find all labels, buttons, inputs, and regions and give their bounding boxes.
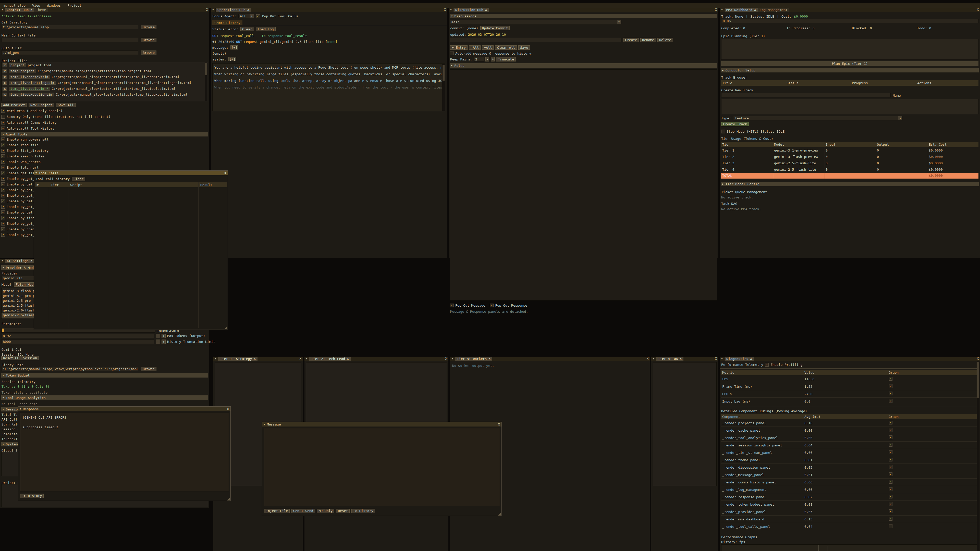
autoscroll-tool-checkbox[interactable]: ✔ [1, 127, 5, 130]
tab-discussion-hub[interactable]: Discussion Hub X [453, 8, 489, 12]
tab-close-icon[interactable]: X [30, 259, 32, 263]
add-entry-button[interactable]: + Entry [450, 45, 468, 50]
summary-only-checkbox[interactable] [1, 115, 5, 119]
truncate-button[interactable]: Truncate [496, 57, 516, 62]
track-description-input[interactable] [721, 99, 978, 114]
expand-message-button[interactable]: [+] [231, 45, 239, 49]
system-prompt-box[interactable]: You are a helpful coding assistant with … [212, 63, 445, 111]
remove-file-button[interactable]: x [3, 93, 7, 97]
file-tag[interactable]: temp_project [9, 69, 36, 73]
file-tag[interactable]: temp_liveaisettingssim [9, 81, 56, 85]
window-menu-icon[interactable]: ▼ [211, 8, 216, 12]
decrement-button[interactable]: - [156, 333, 160, 338]
response-textarea[interactable]: [GEMINI_CLI API ERROR] subprocess timeou… [20, 413, 229, 491]
tool-calls-titlebar[interactable]: ▼ Tool Calls X [34, 171, 228, 175]
expand-system-button[interactable]: [+] [228, 57, 236, 61]
tool-checkbox[interactable]: ✔ [1, 160, 5, 164]
tier-model-config-header[interactable]: ▶ Tier Model Config [721, 182, 979, 186]
files-scrollbar[interactable] [205, 62, 207, 101]
tool-checkbox[interactable]: ✔ [1, 138, 5, 141]
tool-checkbox[interactable]: ✔ [1, 216, 5, 220]
tab-tier3[interactable]: Tier 3: Workers X [455, 357, 492, 361]
menu-item-view[interactable]: View [32, 3, 40, 7]
tab-ai-settings[interactable]: AI Settings X [5, 259, 34, 263]
delete-button[interactable]: Delete [657, 38, 673, 42]
step-mode-checkbox[interactable] [721, 130, 725, 133]
agent-tools-header[interactable]: ▼ Agent Tools [1, 132, 208, 137]
window-menu-icon[interactable]: ▼ [0, 259, 5, 263]
tab-close-icon[interactable]: X [247, 8, 249, 12]
tab-close-icon[interactable]: X [750, 357, 752, 361]
increment-button[interactable]: + [162, 333, 165, 338]
tab-tier1[interactable]: Tier 1: Strategy X [218, 357, 258, 361]
remove-file-button[interactable]: x [3, 87, 7, 91]
tool-checkbox[interactable]: ✔ [1, 233, 5, 237]
discussion-select[interactable]: main ▼ [450, 20, 621, 24]
panel-close-icon[interactable]: X [977, 357, 979, 360]
rename-button[interactable]: Rename [640, 38, 656, 42]
window-menu-icon[interactable]: ▼ [720, 8, 724, 12]
model-option[interactable]: gemini-2.5-flash [3, 303, 35, 307]
main-context-browse-button[interactable]: Browse [141, 38, 156, 42]
popout-response-checkbox[interactable]: ✔ [490, 303, 493, 307]
graph-checkbox[interactable]: ✔ [889, 502, 892, 506]
save-button[interactable]: Save [518, 45, 530, 50]
enable-profiling-checkbox[interactable]: ✔ [765, 363, 769, 367]
discussions-header[interactable]: ▼ Discussions [450, 14, 717, 18]
graph-checkbox[interactable]: ✔ [889, 435, 892, 439]
window-menu-icon[interactable]: ▼ [651, 357, 656, 361]
reset-button[interactable]: Reset [336, 509, 350, 513]
tool-checkbox[interactable]: ✔ [1, 188, 5, 192]
load-log-button[interactable]: Load Log [256, 27, 275, 32]
tool-checkbox[interactable]: ✔ [1, 205, 5, 209]
token-budget-header[interactable]: ▼ Token Budget [1, 373, 208, 378]
graph-checkbox[interactable]: ✔ [889, 487, 892, 491]
response-titlebar[interactable]: ▼ Response X [18, 407, 231, 411]
panel-close-icon[interactable]: X [715, 8, 717, 11]
resize-grip[interactable] [224, 326, 228, 329]
tab-close-icon[interactable]: X [754, 8, 756, 12]
plus-all-button[interactable]: +All [482, 45, 493, 50]
message-titlebar[interactable]: ▼ Message X [262, 422, 501, 427]
window-menu-icon[interactable]: ▼ [304, 357, 309, 361]
tool-checkbox[interactable]: ✔ [1, 154, 5, 158]
tool-checkbox[interactable]: ✔ [1, 149, 5, 152]
autoscroll-comms-checkbox[interactable]: ✔ [1, 121, 5, 124]
system-prompt-scrollbar[interactable] [442, 64, 445, 111]
clear-all-button[interactable]: Clear All [495, 45, 517, 50]
graph-checkbox[interactable]: ✔ [889, 517, 892, 521]
tab-log-management[interactable]: Log Management [758, 8, 790, 12]
tool-checkbox[interactable]: ✔ [1, 199, 5, 203]
tab-close-icon[interactable]: X [679, 357, 682, 361]
menu-item-project[interactable]: Project [67, 3, 81, 7]
panel-close-icon[interactable]: X [445, 357, 447, 360]
tool-checkbox[interactable]: ✔ [1, 210, 5, 214]
graph-checkbox[interactable]: ✔ [889, 472, 892, 476]
reset-cli-session-button[interactable]: Reset CLI Session [1, 356, 39, 360]
file-tag[interactable]: temp_livecontextsim [9, 75, 50, 79]
to-history-button[interactable]: -> History [352, 509, 375, 513]
graph-checkbox[interactable]: ✔ [889, 443, 892, 447]
model-option[interactable]: gemini-2.0-flash [3, 308, 35, 312]
window-menu-icon[interactable]: ▼ [720, 357, 724, 361]
window-menu-icon[interactable]: ▼ [450, 357, 455, 361]
main-context-file-input[interactable] [1, 38, 138, 42]
model-option[interactable]: gemini-2.5-pro [3, 299, 31, 303]
file-tag[interactable]: project [9, 63, 26, 67]
roles-header[interactable]: ▶ Roles [450, 63, 717, 68]
graph-checkbox[interactable]: ✔ [889, 377, 892, 381]
tab-diagnostics[interactable]: Diagnostics X [724, 357, 754, 361]
max-tokens-input[interactable]: 8192 [1, 333, 154, 338]
tool-checkbox[interactable]: ✔ [1, 143, 5, 147]
tab-tier4[interactable]: Tier 4: QA X [656, 357, 683, 361]
collapse-icon[interactable]: ▼ [264, 423, 265, 426]
binary-path-input[interactable]: "C:\projects\manual_slop\.venv\Scripts\p… [1, 367, 138, 371]
minus-all-button[interactable]: -All [469, 45, 480, 50]
popout-toolcalls-checkbox[interactable]: ✔ [256, 14, 260, 18]
tool-checkbox[interactable]: ✔ [1, 227, 5, 231]
graph-checkbox-unchecked[interactable] [889, 524, 892, 528]
tab-operations-hub[interactable]: Operations Hub X [216, 8, 251, 12]
clear-button[interactable]: Clear [240, 27, 254, 32]
increment-button[interactable]: + [491, 57, 495, 62]
focus-agent-select[interactable]: All ▼ [239, 14, 254, 18]
